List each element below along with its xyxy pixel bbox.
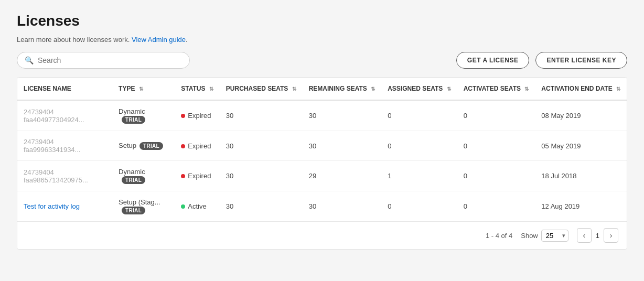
sort-type-icon: ⇅	[139, 86, 143, 92]
cell-license-name[interactable]: Test for activity log	[17, 191, 112, 222]
cell-activation-end-date: 12 Aug 2019	[535, 191, 627, 222]
col-type[interactable]: TYPE ⇅	[112, 78, 175, 100]
per-page-wrapper: 102550100	[541, 230, 568, 242]
cell-activated-seats: 0	[457, 131, 535, 161]
cell-type: SetupTRIAL	[112, 131, 175, 161]
per-page-select[interactable]: 102550100	[541, 230, 568, 242]
cell-license-name: 24739404 faa99963341934...	[17, 131, 112, 161]
search-input[interactable]	[38, 56, 182, 64]
trial-badge: TRIAL	[122, 176, 145, 184]
type-value: Dynamic	[119, 168, 145, 176]
license-name-link[interactable]: Test for activity log	[24, 202, 80, 210]
cell-purchased-seats: 30	[220, 131, 303, 161]
col-purchased-seats[interactable]: PURCHASED SEATS ⇅	[220, 78, 303, 100]
status-dot	[181, 204, 185, 209]
cell-activated-seats: 0	[457, 161, 535, 191]
col-license-name: LICENSE NAME	[17, 78, 112, 100]
trial-badge: TRIAL	[139, 142, 163, 150]
cell-activation-end-date: 18 Jul 2018	[535, 161, 627, 191]
show-per-page: Show 102550100	[521, 230, 568, 242]
col-activation-end-date[interactable]: ACTIVATION END DATE ⇅	[535, 78, 627, 100]
prev-page-button[interactable]: ‹	[577, 228, 592, 243]
subtitle-text: Learn more about how licenses work.	[17, 36, 130, 44]
cell-activation-end-date: 08 May 2019	[535, 100, 627, 131]
status-text: Expired	[188, 172, 211, 180]
cell-remaining-seats: 30	[303, 131, 381, 161]
pagination: 1 - 4 of 4 Show 102550100 ‹ 1 ›	[17, 221, 627, 249]
subtitle: Learn more about how licenses work. View…	[17, 36, 627, 44]
sort-activated-icon: ⇅	[524, 86, 529, 92]
cell-activated-seats: 0	[457, 191, 535, 222]
cell-status: Expired	[175, 100, 220, 131]
sort-status-icon: ⇅	[209, 86, 213, 92]
status-dot	[181, 144, 185, 148]
search-icon: 🔍	[25, 56, 34, 64]
cell-status: Active	[175, 191, 220, 222]
type-value: Setup	[119, 142, 136, 149]
table-row: Test for activity logSetup (Stag...TRIAL…	[17, 191, 627, 222]
licenses-table: LICENSE NAME TYPE ⇅ STATUS ⇅ PURCHASED S…	[17, 78, 627, 221]
status-text: Active	[188, 202, 206, 210]
cell-assigned-seats: 0	[381, 100, 457, 131]
cell-purchased-seats: 30	[220, 161, 303, 191]
cell-purchased-seats: 30	[220, 100, 303, 131]
license-name-blurred: 24739404 faa404977304924...	[24, 108, 84, 124]
current-page: 1	[596, 232, 599, 240]
col-assigned-seats[interactable]: ASSIGNED SEATS ⇅	[381, 78, 457, 100]
sort-assigned-icon: ⇅	[447, 86, 451, 92]
get-license-button[interactable]: GET A LICENSE	[456, 52, 530, 69]
licenses-table-container: LICENSE NAME TYPE ⇅ STATUS ⇅ PURCHASED S…	[17, 77, 627, 250]
cell-assigned-seats: 0	[381, 191, 457, 222]
search-box: 🔍	[17, 52, 190, 69]
status-text: Expired	[188, 112, 211, 120]
trial-badge: TRIAL	[122, 207, 145, 214]
sort-end-date-icon: ⇅	[616, 86, 620, 92]
show-label: Show	[521, 232, 538, 240]
cell-status: Expired	[175, 161, 220, 191]
trial-badge: TRIAL	[122, 116, 145, 124]
cell-assigned-seats: 1	[381, 161, 457, 191]
col-activated-seats[interactable]: ACTIVATED SEATS ⇅	[457, 78, 535, 100]
license-name-blurred: 24739404 faa99963341934...	[24, 138, 80, 154]
toolbar-buttons: GET A LICENSE ENTER LICENSE KEY	[456, 52, 627, 69]
table-body: 24739404 faa404977304924...DynamicTRIALE…	[17, 100, 627, 221]
col-remaining-seats[interactable]: REMAINING SEATS ⇅	[303, 78, 381, 100]
cell-assigned-seats: 0	[381, 131, 457, 161]
type-value: Dynamic	[119, 107, 145, 115]
license-name-blurred: 24739404 faa9865713420975...	[24, 168, 88, 184]
licenses-page: Licenses Learn more about how licenses w…	[0, 0, 644, 281]
cell-license-name: 24739404 faa9865713420975...	[17, 161, 112, 191]
admin-guide-link[interactable]: View Admin guide	[132, 36, 186, 44]
status-dot	[181, 174, 185, 178]
page-title: Licenses	[17, 13, 627, 29]
table-header: LICENSE NAME TYPE ⇅ STATUS ⇅ PURCHASED S…	[17, 78, 627, 100]
col-status[interactable]: STATUS ⇅	[175, 78, 220, 100]
cell-remaining-seats: 29	[303, 161, 381, 191]
page-navigation: ‹ 1 ›	[577, 228, 618, 243]
sort-remaining-icon: ⇅	[371, 86, 375, 92]
next-page-button[interactable]: ›	[604, 228, 618, 243]
toolbar: 🔍 GET A LICENSE ENTER LICENSE KEY	[17, 52, 627, 69]
table-row: 24739404 faa99963341934...SetupTRIALExpi…	[17, 131, 627, 161]
cell-activation-end-date: 05 May 2019	[535, 131, 627, 161]
cell-license-name: 24739404 faa404977304924...	[17, 100, 112, 131]
sort-purchased-icon: ⇅	[292, 86, 296, 92]
table-row: 24739404 faa404977304924...DynamicTRIALE…	[17, 100, 627, 131]
cell-type: DynamicTRIAL	[112, 100, 175, 131]
cell-type: DynamicTRIAL	[112, 161, 175, 191]
cell-remaining-seats: 30	[303, 100, 381, 131]
status-text: Expired	[188, 142, 211, 150]
type-value: Setup (Stag...	[119, 198, 160, 206]
status-dot	[181, 114, 185, 118]
cell-remaining-seats: 30	[303, 191, 381, 222]
enter-license-key-button[interactable]: ENTER LICENSE KEY	[535, 52, 627, 69]
pagination-range: 1 - 4 of 4	[486, 232, 512, 240]
cell-type: Setup (Stag...TRIAL	[112, 191, 175, 222]
table-row: 24739404 faa9865713420975...DynamicTRIAL…	[17, 161, 627, 191]
cell-activated-seats: 0	[457, 100, 535, 131]
cell-status: Expired	[175, 131, 220, 161]
cell-purchased-seats: 30	[220, 191, 303, 222]
